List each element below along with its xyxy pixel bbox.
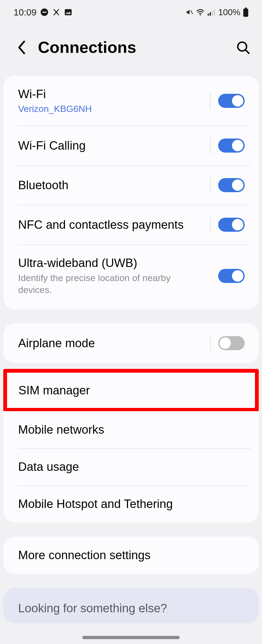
battery-percent: 100% bbox=[218, 7, 240, 17]
sim-manager-title: SIM manager bbox=[18, 383, 241, 398]
home-indicator[interactable] bbox=[82, 636, 180, 639]
suggestion-panel[interactable]: Looking for something else? bbox=[3, 588, 259, 623]
mobile-networks-title: Mobile networks bbox=[18, 423, 245, 437]
more-connection-settings-title: More connection settings bbox=[18, 548, 245, 562]
status-time: 10:09 bbox=[14, 7, 37, 18]
bluetooth-row[interactable]: Bluetooth bbox=[3, 165, 259, 205]
connections-group-4: More connection settings bbox=[3, 537, 259, 574]
wifi-toggle[interactable] bbox=[218, 94, 245, 108]
search-button[interactable] bbox=[235, 39, 251, 56]
mute-icon bbox=[186, 8, 193, 16]
airplane-mode-title: Airplane mode bbox=[18, 336, 210, 350]
svg-line-12 bbox=[245, 50, 249, 53]
nfc-toggle[interactable] bbox=[218, 218, 245, 232]
bluetooth-toggle[interactable] bbox=[218, 178, 245, 192]
wifi-title: Wi-Fi bbox=[18, 87, 210, 101]
airplane-mode-row[interactable]: Airplane mode bbox=[3, 323, 259, 363]
uwb-toggle-wrap bbox=[211, 268, 245, 284]
svg-point-4 bbox=[200, 14, 201, 15]
wifi-row[interactable]: Wi-Fi Verizon_KBG6NH bbox=[3, 76, 259, 126]
status-bar: 10:09 100% bbox=[0, 0, 262, 24]
svg-rect-8 bbox=[214, 9, 215, 16]
page-title: Connections bbox=[38, 38, 235, 57]
wifi-icon bbox=[196, 8, 205, 16]
mobile-networks-row[interactable]: Mobile networks bbox=[3, 411, 259, 448]
data-usage-title: Data usage bbox=[18, 460, 245, 474]
svg-rect-2 bbox=[65, 9, 72, 15]
uwb-toggle[interactable] bbox=[218, 269, 245, 283]
image-icon bbox=[64, 8, 72, 16]
x-app-icon bbox=[52, 8, 60, 16]
hotspot-title: Mobile Hotspot and Tethering bbox=[18, 497, 245, 511]
sim-manager-highlight: SIM manager bbox=[3, 369, 259, 412]
svg-rect-1 bbox=[42, 12, 47, 13]
page-header: Connections bbox=[0, 24, 262, 76]
status-right: 100% bbox=[186, 7, 248, 17]
status-left: 10:09 bbox=[14, 7, 72, 18]
svg-rect-9 bbox=[245, 8, 247, 9]
svg-rect-7 bbox=[212, 11, 213, 16]
uwb-row[interactable]: Ultra-wideband (UWB) Identify the precis… bbox=[3, 244, 259, 309]
bluetooth-title: Bluetooth bbox=[18, 178, 210, 192]
wifi-calling-toggle[interactable] bbox=[218, 139, 245, 153]
nfc-title: NFC and contactless payments bbox=[18, 218, 210, 232]
battery-icon bbox=[243, 8, 248, 17]
back-button[interactable] bbox=[14, 39, 30, 56]
wifi-calling-toggle-wrap bbox=[210, 137, 245, 154]
data-usage-row[interactable]: Data usage bbox=[3, 448, 259, 485]
connections-group-1: Wi-Fi Verizon_KBG6NH Wi-Fi Calling Bluet… bbox=[3, 76, 259, 309]
connections-group-3: Mobile networks Data usage Mobile Hotspo… bbox=[3, 411, 259, 522]
sim-manager-row[interactable]: SIM manager bbox=[7, 373, 255, 408]
connections-group-2: Airplane mode bbox=[3, 323, 259, 363]
wifi-calling-row[interactable]: Wi-Fi Calling bbox=[3, 126, 259, 165]
uwb-description: Identify the precise location of nearby … bbox=[18, 272, 181, 296]
bluetooth-toggle-wrap bbox=[210, 177, 245, 194]
svg-line-3 bbox=[191, 10, 193, 14]
airplane-mode-toggle[interactable] bbox=[218, 336, 245, 350]
airplane-toggle-wrap bbox=[210, 335, 245, 352]
signal-icon bbox=[207, 9, 215, 16]
wifi-network-name: Verizon_KBG6NH bbox=[18, 103, 210, 115]
svg-rect-5 bbox=[208, 14, 209, 16]
hotspot-row[interactable]: Mobile Hotspot and Tethering bbox=[3, 485, 259, 523]
svg-rect-6 bbox=[210, 12, 211, 16]
nfc-row[interactable]: NFC and contactless payments bbox=[3, 205, 259, 244]
dnd-icon bbox=[40, 8, 48, 16]
wifi-toggle-wrap bbox=[210, 92, 245, 109]
suggestion-title: Looking for something else? bbox=[18, 601, 244, 615]
more-connection-settings-row[interactable]: More connection settings bbox=[3, 537, 259, 574]
wifi-calling-title: Wi-Fi Calling bbox=[18, 139, 210, 153]
uwb-title: Ultra-wideband (UWB) bbox=[18, 256, 211, 270]
nfc-toggle-wrap bbox=[210, 216, 245, 233]
svg-rect-10 bbox=[243, 9, 248, 17]
